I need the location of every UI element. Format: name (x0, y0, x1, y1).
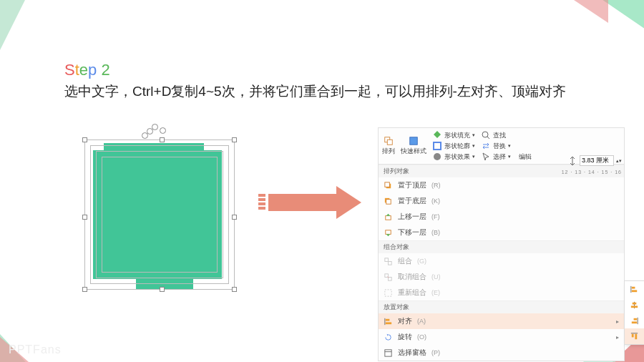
fill-icon (432, 130, 442, 140)
align-center-item[interactable]: 左右居中(C) (625, 297, 644, 313)
height-input[interactable] (580, 155, 614, 166)
send-to-back-item[interactable]: 置于底层(K) (379, 193, 624, 209)
svg-rect-12 (385, 258, 389, 261)
arrange-icon (384, 136, 394, 146)
decor (574, 0, 608, 23)
quickstyle-button[interactable]: 快速样式 (401, 136, 426, 156)
svg-rect-20 (632, 286, 635, 288)
svg-rect-24 (634, 318, 638, 320)
watermark: PPTFans (9, 343, 62, 356)
send-backward-item[interactable]: 下移一层(B) (379, 225, 624, 240)
back-icon (384, 197, 393, 206)
svg-rect-10 (386, 215, 391, 220)
decor (0, 0, 25, 50)
step-title: Step 2 (64, 61, 110, 79)
align-center-icon (630, 300, 639, 310)
edit-label: 编辑 (519, 152, 532, 162)
align-right-icon (630, 316, 639, 326)
replace-button[interactable]: 替换▾ (481, 141, 511, 151)
outline-icon (432, 141, 442, 151)
shape-style-group: 形状填充▾ 形状轮廓▾ 形状效果▾ (432, 130, 475, 162)
shape-effect-button[interactable]: 形状效果▾ (432, 152, 475, 162)
arrow-illustration (268, 186, 361, 219)
regroup-icon (384, 288, 393, 298)
down-icon (384, 228, 393, 238)
svg-rect-7 (385, 182, 390, 187)
group-item[interactable]: 组合(G) (379, 253, 624, 269)
selection-box (84, 140, 235, 290)
align-right-item[interactable]: 右对齐(R) (625, 313, 644, 328)
svg-rect-23 (631, 305, 638, 308)
step-description: 选中文字，Ctrl+D复制4~5次，并将它们重合到一起，可以用排列-左对齐、顶端… (64, 82, 566, 101)
up-icon (384, 212, 393, 222)
shape-fill-button[interactable]: 形状填充▾ (432, 130, 475, 140)
align-top-item[interactable]: 顶端对齐(T) (625, 328, 644, 344)
svg-rect-11 (386, 230, 391, 234)
height-icon (567, 156, 577, 166)
align-icon (384, 317, 393, 326)
front-icon (384, 181, 393, 190)
find-button[interactable]: 查找 (481, 130, 511, 140)
svg-rect-13 (389, 261, 392, 265)
bring-to-front-item[interactable]: 置于顶层(R) (379, 177, 624, 193)
rotate-item[interactable]: 旋转(O)▸ (379, 329, 624, 345)
svg-rect-25 (632, 321, 637, 323)
svg-rect-16 (385, 289, 391, 295)
replace-icon (481, 141, 491, 151)
svg-rect-21 (632, 290, 637, 292)
group-icon (384, 257, 393, 266)
ruler: 12 · 13 · 14 · 15 · 16 (562, 170, 622, 175)
powerpoint-menu-panel: 排列 快速样式 形状填充▾ 形状轮廓▾ 形状效果▾ 查找 替换▾ 选择▾ 编辑 … (378, 127, 625, 361)
ungroup-icon (384, 273, 393, 282)
ungroup-item[interactable]: 取消组合(U) (379, 269, 624, 285)
select-button[interactable]: 选择▾ (481, 152, 511, 162)
select-icon (481, 152, 491, 162)
bring-forward-item[interactable]: 上移一层(F) (379, 209, 624, 225)
svg-rect-2 (410, 137, 418, 145)
rotate-icon (384, 333, 393, 342)
edit-group: 查找 替换▾ 选择▾ (481, 130, 511, 162)
svg-point-4 (434, 153, 441, 160)
svg-rect-3 (434, 142, 441, 150)
svg-point-5 (482, 132, 488, 137)
align-left-icon (630, 285, 639, 294)
rotate-handle (152, 124, 158, 130)
align-submenu: 左对齐(L) 左右居中(C) 右对齐(R) 顶端对齐(T) (624, 280, 644, 345)
align-item[interactable]: 对齐(A)▸ (379, 313, 624, 329)
align-left-item[interactable]: 左对齐(L) (625, 281, 644, 297)
regroup-item[interactable]: 重新组合(E) (379, 285, 624, 300)
shape-outline-button[interactable]: 形状轮廓▾ (432, 141, 475, 151)
selection-pane-item[interactable]: 选择窗格(P) (379, 345, 624, 361)
svg-rect-17 (386, 318, 390, 321)
align-top-icon (630, 332, 639, 341)
svg-rect-18 (386, 322, 391, 324)
svg-rect-9 (386, 199, 391, 204)
find-icon (481, 130, 491, 140)
svg-rect-26 (632, 333, 634, 337)
svg-rect-27 (635, 333, 637, 338)
svg-rect-1 (387, 140, 392, 145)
section-position: 放置对象 (379, 300, 624, 313)
style-icon (409, 136, 419, 146)
measurement-box: ▴▾ (567, 155, 622, 166)
pane-icon (384, 348, 393, 358)
svg-rect-19 (385, 349, 391, 356)
section-group: 组合对象 (379, 240, 624, 253)
effect-icon (432, 152, 442, 162)
svg-rect-22 (633, 302, 637, 304)
arrange-button[interactable]: 排列 (382, 136, 395, 156)
shape-illustration (79, 125, 243, 290)
